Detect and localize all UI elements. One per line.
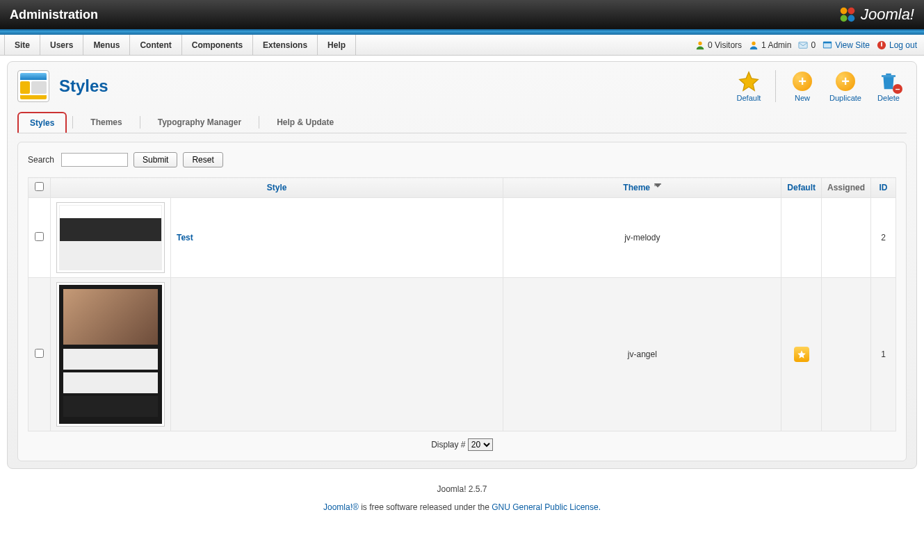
col-head-assigned: Assigned: [821, 178, 870, 198]
tab-styles[interactable]: Styles: [17, 112, 67, 133]
svg-point-3: [848, 15, 854, 22]
remove-badge-icon: –: [893, 84, 902, 94]
default-cell: [781, 198, 822, 278]
duplicate-icon: +: [836, 72, 855, 91]
toolbar-default[interactable]: Default: [731, 70, 767, 102]
svg-rect-6: [799, 42, 807, 48]
status-admin[interactable]: 1 Admin: [749, 40, 791, 50]
menubar: Site Users Menus Content Components Exte…: [0, 35, 924, 56]
list-panel: Search Submit Reset Style Theme Default: [17, 142, 907, 461]
mail-icon: [798, 40, 808, 50]
menu-site[interactable]: Site: [4, 35, 40, 55]
menu-menus[interactable]: Menus: [83, 35, 130, 55]
theme-cell: jv-melody: [503, 198, 781, 278]
svg-rect-10: [881, 42, 882, 46]
row-checkbox[interactable]: [35, 349, 44, 358]
star-icon: [738, 70, 760, 92]
style-thumbnail[interactable]: [51, 278, 171, 431]
reset-button[interactable]: Reset: [183, 152, 222, 167]
visitor-icon: [695, 40, 705, 50]
table-row: jv-angel 1: [29, 278, 896, 431]
submit-button[interactable]: Submit: [133, 152, 177, 167]
svg-point-4: [698, 41, 702, 44]
admin-title: Administration: [10, 8, 98, 22]
search-input[interactable]: [61, 153, 128, 167]
check-all[interactable]: [35, 182, 44, 191]
table-row: Test jv-melody 2: [29, 198, 896, 278]
admin-topbar: Administration Joomla!: [0, 0, 924, 31]
menu-components[interactable]: Components: [182, 35, 253, 55]
theme-cell: jv-angel: [503, 278, 781, 431]
row-checkbox[interactable]: [35, 232, 44, 241]
admin-icon: [749, 40, 759, 50]
assigned-cell: [821, 278, 870, 431]
status-messages[interactable]: 0: [798, 40, 816, 50]
footer-version: Joomla! 2.5.7: [0, 484, 924, 494]
col-head-id[interactable]: ID: [871, 178, 896, 198]
menu-help[interactable]: Help: [318, 35, 356, 55]
pagination-row: Display # 20: [28, 431, 896, 451]
footer-gpl-link[interactable]: GNU General Public License.: [492, 502, 601, 512]
display-label: Display #: [431, 440, 465, 450]
menu-extensions[interactable]: Extensions: [253, 35, 318, 55]
logout-icon: [877, 40, 886, 50]
col-head-theme[interactable]: Theme: [503, 178, 781, 198]
tab-help-update[interactable]: Help & Update: [265, 112, 346, 133]
status-view-site[interactable]: View Site: [822, 40, 870, 50]
assigned-cell: [821, 198, 870, 278]
status-visitors[interactable]: 0 Visitors: [695, 40, 742, 50]
svg-point-1: [848, 8, 854, 15]
default-cell: [781, 278, 822, 431]
svg-point-2: [841, 15, 848, 22]
plus-icon: +: [793, 72, 812, 91]
menu-users[interactable]: Users: [40, 35, 83, 55]
id-cell: 2: [871, 198, 896, 278]
tab-themes[interactable]: Themes: [79, 112, 133, 133]
footer: Joomla! 2.5.7 Joomla!® is free software …: [0, 475, 924, 526]
svg-rect-8: [824, 43, 832, 47]
col-head-checkall: [29, 178, 51, 198]
display-select[interactable]: 20: [468, 438, 493, 451]
default-star-icon: [794, 347, 809, 362]
toolbar: Default + New + Duplicate – Delete: [731, 70, 907, 102]
footer-joomla-link[interactable]: Joomla!®: [323, 502, 359, 512]
svg-point-5: [752, 41, 755, 44]
search-label: Search: [28, 155, 54, 165]
page-title: Styles: [59, 76, 108, 96]
svg-point-0: [841, 8, 848, 15]
status-area: 0 Visitors 1 Admin 0 View Site Log out: [695, 35, 924, 55]
col-head-default[interactable]: Default: [781, 178, 822, 198]
brand: Joomla!: [838, 6, 914, 24]
top-menus: Site Users Menus Content Components Exte…: [0, 35, 356, 55]
filter-row: Search Submit Reset: [28, 152, 896, 167]
tabs: Styles Themes Typography Manager Help & …: [17, 112, 907, 133]
page-icon: [17, 70, 49, 102]
col-head-style[interactable]: Style: [51, 178, 503, 198]
sort-desc-icon: [654, 183, 661, 192]
status-logout[interactable]: Log out: [877, 40, 917, 50]
titlebar: Styles Default + New + Duplicate: [17, 70, 907, 102]
style-thumbnail[interactable]: [51, 198, 171, 278]
id-cell: 1: [871, 278, 896, 431]
viewsite-icon: [822, 40, 832, 50]
tab-typography[interactable]: Typography Manager: [146, 112, 253, 133]
joomla-logo-icon: [838, 6, 857, 24]
toolbar-delete[interactable]: – Delete: [870, 70, 907, 102]
toolbar-duplicate[interactable]: + Duplicate: [827, 70, 864, 102]
toolbar-new[interactable]: + New: [784, 70, 820, 102]
main-panel: Styles Default + New + Duplicate: [7, 61, 917, 469]
styles-table: Style Theme Default Assigned ID: [28, 177, 896, 431]
style-link[interactable]: Test: [177, 233, 193, 242]
menu-content[interactable]: Content: [130, 35, 181, 55]
